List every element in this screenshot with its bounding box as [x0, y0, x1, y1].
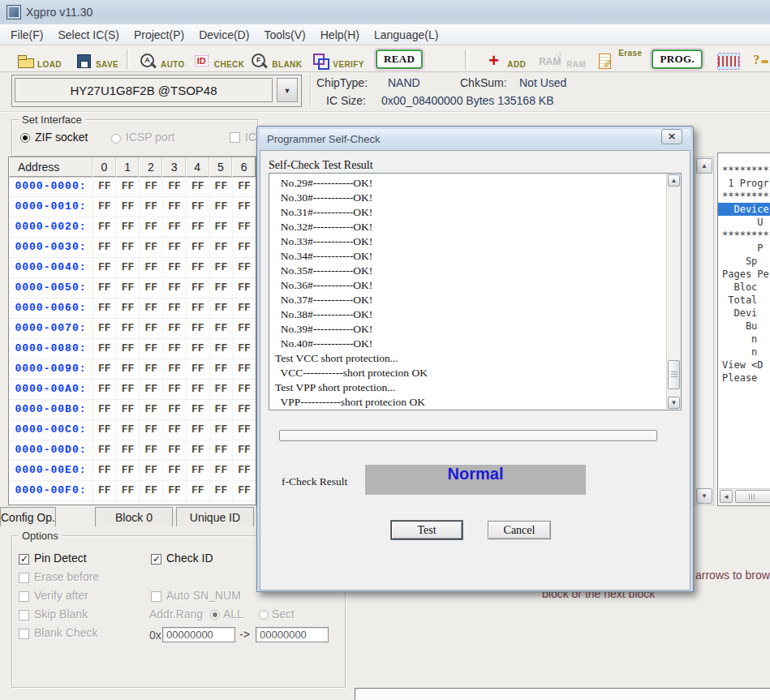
hex-byte-cell[interactable]: FF	[232, 380, 256, 399]
hex-byte-cell[interactable]: FF	[162, 440, 186, 460]
scrollbar-thumb[interactable]	[735, 490, 770, 503]
log-line[interactable]: Bu	[722, 320, 770, 333]
log-line[interactable]: P	[722, 242, 770, 255]
self-check-result-line[interactable]: VPP-----------short protecion OK	[275, 395, 681, 410]
hex-byte-cell[interactable]: FF	[186, 278, 209, 298]
hex-byte-cell[interactable]: FF	[139, 238, 162, 257]
hex-byte-cell[interactable]: FF	[116, 440, 140, 460]
hex-byte-cell[interactable]: FF	[116, 197, 140, 217]
toolbar-button[interactable]: Erase	[597, 48, 642, 70]
hex-byte-cell[interactable]: FF	[186, 339, 209, 359]
scroll-down-button[interactable]: ▼	[668, 397, 680, 409]
toolbar-button[interactable]	[717, 48, 742, 70]
test-button[interactable]: Test	[391, 521, 462, 539]
hex-byte-cell[interactable]: FF	[232, 481, 256, 500]
hex-byte-cell[interactable]: FF	[92, 177, 116, 196]
log-line[interactable]: Devi	[722, 307, 770, 320]
hex-byte-cell[interactable]: FF	[92, 501, 116, 505]
log-line[interactable]: 1 Progr	[722, 177, 770, 190]
hex-byte-cell[interactable]: FF	[139, 359, 162, 379]
hex-byte-cell[interactable]: FF	[186, 258, 209, 277]
hex-byte-cell[interactable]: FF	[186, 217, 209, 237]
hex-byte-cell[interactable]: FF	[186, 298, 209, 318]
self-check-result-line[interactable]: No.39#-----------OK!	[275, 322, 681, 337]
log-line[interactable]: n	[722, 333, 770, 346]
log-line[interactable]: Sp	[722, 255, 770, 268]
hex-byte-cell[interactable]: FF	[186, 420, 209, 440]
hex-byte-cell[interactable]: FF	[232, 440, 256, 460]
hex-byte-cell[interactable]: FF	[139, 177, 162, 196]
hex-byte-cell[interactable]: FF	[209, 359, 233, 379]
log-line[interactable]: Pages Pe	[722, 268, 770, 281]
hex-byte-cell[interactable]: FF	[92, 380, 116, 399]
hex-byte-cell[interactable]: FF	[92, 461, 116, 480]
hex-byte-cell[interactable]: FF	[116, 238, 140, 257]
hex-byte-cell[interactable]: FF	[232, 400, 256, 419]
menu-item[interactable]: Project(P)	[127, 25, 191, 45]
hex-column-header[interactable]: 5	[209, 157, 233, 177]
addr-all-radio[interactable]	[210, 610, 220, 620]
menu-item[interactable]: Device(D)	[191, 25, 256, 45]
hex-byte-cell[interactable]: FF	[92, 298, 116, 318]
toolbar-button[interactable]: RAM	[539, 48, 586, 70]
hex-byte-cell[interactable]: FF	[209, 278, 233, 298]
hex-byte-cell[interactable]: FF	[209, 380, 233, 399]
self-check-result-line[interactable]: No.32#-----------OK!	[275, 220, 681, 234]
hex-byte-cell[interactable]: FF	[92, 278, 116, 298]
hex-byte-cell[interactable]: FF	[116, 461, 140, 480]
self-check-result-line[interactable]: No.37#-----------OK!	[275, 293, 681, 307]
hex-byte-cell[interactable]: FF	[162, 339, 186, 359]
hex-byte-cell[interactable]: FF	[116, 400, 140, 419]
menu-item[interactable]: Help(H)	[313, 25, 367, 45]
hex-byte-cell[interactable]: FF	[139, 420, 162, 440]
hex-byte-cell[interactable]: FF	[209, 177, 233, 196]
buffer-tab[interactable]: Block 0	[95, 507, 173, 526]
toolbar-button[interactable]: ADD	[486, 48, 526, 70]
hex-byte-cell[interactable]: FF	[92, 319, 116, 338]
hex-byte-cell[interactable]: FF	[139, 319, 162, 338]
hex-byte-cell[interactable]: FF	[209, 481, 233, 500]
log-line[interactable]: Please	[722, 371, 770, 384]
hex-byte-cell[interactable]: FF	[232, 258, 256, 277]
toolbar-button[interactable]: VERIFY	[312, 48, 364, 70]
menu-item[interactable]: Select IC(S)	[50, 25, 126, 45]
hex-byte-cell[interactable]: FF	[162, 380, 186, 399]
hex-byte-cell[interactable]: FF	[116, 339, 140, 359]
hex-column-header[interactable]: 1	[116, 157, 140, 177]
hex-byte-cell[interactable]: FF	[209, 238, 233, 257]
hex-byte-cell[interactable]: FF	[232, 339, 256, 359]
hex-byte-cell[interactable]: FF	[92, 238, 116, 257]
hex-byte-cell[interactable]: FF	[186, 177, 209, 196]
ic-checkbox[interactable]	[230, 132, 240, 143]
self-check-result-line[interactable]: No.36#-----------OK!	[275, 278, 681, 293]
hex-byte-cell[interactable]: FF	[186, 501, 209, 505]
hex-byte-cell[interactable]: FF	[162, 420, 186, 440]
hex-byte-cell[interactable]: FF	[162, 481, 186, 500]
cancel-button[interactable]: Cancel	[488, 521, 551, 539]
log-line[interactable]: **********	[722, 190, 770, 203]
hex-byte-cell[interactable]: FF	[186, 197, 209, 217]
erase-before-checkbox[interactable]	[19, 573, 29, 583]
hex-byte-cell[interactable]: FF	[92, 339, 116, 359]
hex-byte-cell[interactable]: FF	[139, 197, 162, 217]
hex-byte-cell[interactable]: FF	[92, 481, 116, 500]
hex-byte-cell[interactable]: FF	[92, 359, 116, 379]
toolbar-button[interactable]	[465, 49, 468, 69]
hex-byte-cell[interactable]: FF	[116, 481, 140, 500]
hex-byte-cell[interactable]: FF	[209, 319, 233, 338]
icsp-port-radio[interactable]	[111, 134, 121, 144]
check-id-checkbox[interactable]	[151, 554, 161, 565]
chip-selector[interactable]: HY27U1G8F2B @TSOP48	[15, 78, 273, 102]
hex-column-header[interactable]: Address	[9, 157, 92, 177]
skip-blank-checkbox[interactable]	[19, 610, 29, 621]
hex-byte-cell[interactable]: FF	[162, 461, 186, 480]
self-check-result-line[interactable]: Test VPP short protection...	[275, 380, 681, 395]
hex-byte-cell[interactable]: FF	[186, 440, 209, 460]
toolbar-button[interactable]: AUTO	[140, 48, 185, 70]
hex-byte-cell[interactable]: FF	[116, 501, 140, 505]
hex-byte-cell[interactable]: FF	[232, 177, 256, 196]
menu-item[interactable]: Tools(V)	[256, 25, 312, 45]
blank-check-checkbox[interactable]	[19, 629, 29, 639]
hex-byte-cell[interactable]: FF	[139, 400, 162, 419]
hex-byte-cell[interactable]: FF	[232, 501, 256, 505]
